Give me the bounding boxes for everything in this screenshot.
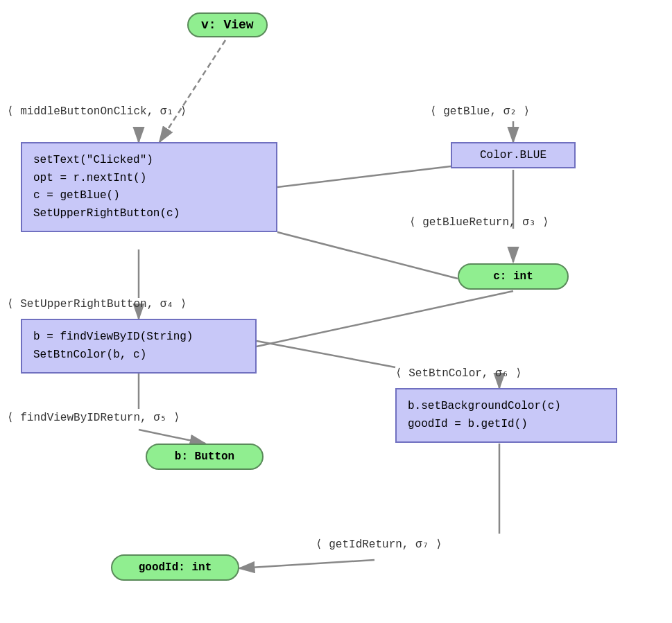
arrow-cint-to-findcode: [257, 291, 513, 346]
label-findviewbyidreturn: ⟨ findViewByIDReturn, σ₅ ⟩: [7, 410, 180, 424]
find-line-2: SetBtnColor(b, c): [33, 346, 146, 365]
node-b-button: b: Button: [146, 444, 264, 470]
label-middlebuttononclick: ⟨ middleButtonOnClick, σ₁ ⟩: [7, 104, 187, 118]
arrow-cint-to-code: [277, 232, 458, 279]
code-line-4: SetUpperRightButton(c): [33, 205, 180, 223]
node-code-setbg: b.setBackgroundColor(c) goodId = b.getId…: [395, 388, 617, 443]
node-code-find: b = findViewByID(String) SetBtnColor(b, …: [21, 319, 257, 374]
cint-label: c: int: [493, 270, 533, 283]
node-goodid-int: goodId: int: [111, 554, 239, 581]
goodid-label: goodId: int: [139, 561, 212, 574]
view-label: v: View: [201, 18, 254, 32]
setbg-line-2: goodId = b.getId(): [408, 416, 528, 434]
node-color-blue: Color.BLUE: [451, 142, 576, 168]
setbg-line-1: b.setBackgroundColor(c): [408, 398, 561, 416]
label-setbtncolor: ⟨ SetBtnColor, σ₆ ⟩: [395, 366, 522, 380]
code-line-3: c = getBlue(): [33, 187, 120, 205]
bbutton-label: b: Button: [175, 450, 234, 463]
code-line-1: setText("Clicked"): [33, 152, 153, 170]
find-line-1: b = findViewByID(String): [33, 328, 193, 346]
arrow-getidreturn-to-goodid: [239, 560, 374, 568]
node-c-int: c: int: [458, 263, 569, 290]
arrows-svg: [0, 0, 672, 623]
label-getbluereturn: ⟨ getBlueReturn, σ₃ ⟩: [409, 215, 549, 229]
arrow-code-to-colorblue: [277, 166, 451, 187]
arrow-find-to-setbtncolor: [257, 341, 395, 367]
colorblue-label: Color.BLUE: [480, 149, 546, 161]
arrow-fvbidret-to-bbutton: [139, 430, 205, 444]
arrow-view-to-code: [160, 40, 225, 142]
code-line-2: opt = r.nextInt(): [33, 170, 146, 188]
diagram: v: View ⟨ middleButtonOnClick, σ₁ ⟩ ⟨ ge…: [0, 0, 672, 623]
label-getblue: ⟨ getBlue, σ₂ ⟩: [430, 104, 530, 118]
label-setupperrightbutton: ⟨ SetUpperRightButton, σ₄ ⟩: [7, 297, 187, 310]
node-view: v: View: [187, 12, 268, 37]
label-getidreturn: ⟨ getIdReturn, σ₇ ⟩: [316, 537, 442, 551]
node-code-main: setText("Clicked") opt = r.nextInt() c =…: [21, 142, 277, 232]
